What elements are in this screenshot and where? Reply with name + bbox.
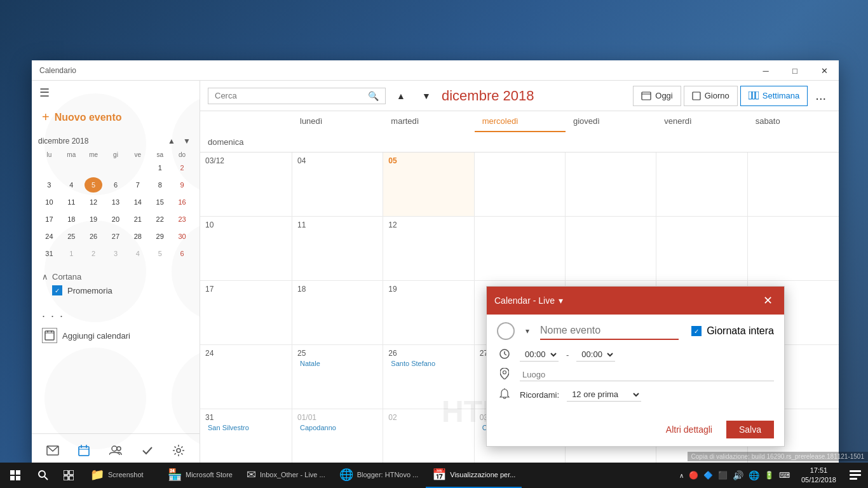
mini-cal-cell[interactable]: 2: [173, 160, 191, 175]
tray-keyboard-icon[interactable]: ⌨: [779, 471, 790, 480]
popup-close-button[interactable]: ✕: [759, 292, 776, 309]
mini-cal-cell[interactable]: [62, 160, 80, 175]
mini-cal-cell[interactable]: 4: [129, 246, 147, 261]
sidebar-nav-people[interactable]: [104, 439, 127, 462]
cal-day-cell[interactable]: [566, 217, 656, 280]
tray-network-icon[interactable]: 🌐: [749, 470, 759, 480]
mini-cal-cell[interactable]: 11: [62, 194, 80, 210]
mini-cal-cell[interactable]: 14: [129, 194, 147, 210]
mini-cal-cell[interactable]: 25: [62, 229, 80, 244]
taskview-button[interactable]: [56, 463, 81, 488]
minimize-button[interactable]: ─: [751, 60, 780, 81]
mini-cal-cell[interactable]: 31: [40, 246, 58, 261]
start-button[interactable]: [0, 463, 31, 488]
mini-cal-cell[interactable]: 29: [151, 229, 169, 244]
popup-expand-button[interactable]: ▾: [520, 323, 535, 339]
mini-cal-cell[interactable]: 21: [129, 212, 147, 227]
sidebar-nav-calendar[interactable]: [72, 439, 95, 462]
popup-location-input[interactable]: [520, 369, 774, 381]
cal-day-cell[interactable]: [656, 217, 747, 280]
mini-cal-cell[interactable]: 23: [173, 212, 191, 227]
mini-cal-cell[interactable]: [129, 160, 147, 175]
cal-day-cell[interactable]: 03/12: [200, 152, 292, 216]
mini-cal-cell[interactable]: 1: [62, 246, 80, 261]
mini-cal-cell[interactable]: 6: [107, 177, 125, 193]
mini-cal-cell[interactable]: [107, 160, 125, 175]
salva-button[interactable]: Salva: [726, 421, 774, 438]
popup-reminder-select[interactable]: 12 ore prima 30 minuti prima 1 ora prima: [567, 388, 641, 402]
oggi-button[interactable]: Oggi: [633, 86, 681, 106]
cal-day-cell[interactable]: 19: [383, 281, 474, 344]
cal-day-cell[interactable]: [475, 217, 566, 280]
mini-cal-cell[interactable]: 20: [107, 212, 125, 227]
mini-cal-cell[interactable]: 12: [85, 194, 102, 210]
cal-day-cell-today[interactable]: 05: [383, 152, 474, 216]
cal-day-cell[interactable]: 26 Santo Stefano: [383, 345, 474, 409]
search-input[interactable]: [215, 91, 368, 100]
hamburger-icon[interactable]: ☰: [39, 86, 50, 100]
taskbar-item-blogger[interactable]: 🌐 Blogger: HTNovo ...: [333, 463, 425, 488]
popup-allday-checkbox[interactable]: ✓: [691, 326, 702, 336]
action-center-button[interactable]: [843, 463, 868, 488]
mini-cal-cell[interactable]: 9: [173, 177, 191, 193]
cal-day-cell[interactable]: 02: [383, 409, 474, 467]
mini-cal-prev[interactable]: ▲: [165, 135, 178, 147]
promemoria-checkbox[interactable]: ✓: [52, 285, 62, 295]
mini-cal-cell-today[interactable]: 5: [85, 177, 102, 193]
cortana-header[interactable]: ∧ Cortana: [42, 272, 189, 281]
close-button[interactable]: ✕: [810, 60, 839, 81]
cal-day-cell[interactable]: 25 Natale: [292, 345, 383, 409]
mini-cal-next[interactable]: ▼: [180, 135, 193, 147]
tray-arrow-icon[interactable]: ∧: [679, 472, 684, 479]
taskbar-item-calendar[interactable]: 📅 Visualizzazione per...: [426, 463, 522, 488]
mini-cal-cell[interactable]: 3: [40, 177, 58, 193]
sidebar-nav-mail[interactable]: [41, 439, 64, 462]
popup-calendar-dropdown[interactable]: ▾: [559, 295, 563, 306]
next-period-button[interactable]: ▼: [416, 86, 437, 106]
mini-cal-cell[interactable]: 17: [40, 212, 58, 227]
maximize-button[interactable]: □: [780, 60, 810, 81]
taskbar-search-button[interactable]: [31, 463, 56, 488]
mini-cal-cell[interactable]: 18: [62, 212, 80, 227]
mini-cal-cell[interactable]: 22: [151, 212, 169, 227]
mini-cal-cell[interactable]: 2: [85, 246, 102, 261]
cal-day-cell[interactable]: [475, 152, 566, 216]
cal-day-cell[interactable]: 01/01 Capodanno: [292, 409, 383, 467]
taskbar-item-screenshot[interactable]: 📁 Screenshot: [84, 463, 160, 488]
mini-cal-cell[interactable]: 5: [151, 246, 169, 261]
mini-cal-cell[interactable]: [40, 160, 58, 175]
giorno-button[interactable]: Giorno: [684, 86, 738, 106]
cal-day-cell[interactable]: 18: [292, 281, 383, 344]
mini-cal-cell[interactable]: 8: [151, 177, 169, 193]
settimana-button[interactable]: Settimana: [740, 86, 808, 106]
sidebar-nav-settings[interactable]: [167, 439, 190, 462]
cal-day-cell[interactable]: 10: [200, 217, 292, 280]
mini-cal-cell[interactable]: 7: [129, 177, 147, 193]
popup-time-start-select[interactable]: 00:00: [520, 348, 559, 362]
cal-day-cell[interactable]: 24: [200, 345, 292, 409]
add-calendars-button[interactable]: Aggiungi calendari: [32, 323, 200, 348]
tray-battery-icon[interactable]: 🔋: [764, 471, 774, 480]
mini-cal-cell[interactable]: 19: [85, 212, 102, 227]
tray-volume-icon[interactable]: 🔊: [733, 470, 743, 480]
cal-day-cell[interactable]: 11: [292, 217, 383, 280]
taskbar-item-store[interactable]: 🏪 Microsoft Store: [161, 463, 239, 488]
cal-day-cell[interactable]: 31 San Silvestro: [200, 409, 292, 467]
popup-event-name-input[interactable]: [540, 322, 679, 340]
mini-cal-cell[interactable]: 4: [62, 177, 80, 193]
taskbar-item-inbox[interactable]: ✉ Inbox_Other - Live ...: [240, 463, 332, 488]
cal-day-cell[interactable]: [656, 152, 747, 216]
mini-cal-cell[interactable]: 16: [173, 194, 191, 210]
mini-cal-cell[interactable]: 15: [151, 194, 169, 210]
mini-cal-cell[interactable]: 24: [40, 229, 58, 244]
mini-cal-cell[interactable]: 3: [107, 246, 125, 261]
cal-day-cell[interactable]: 12: [383, 217, 474, 280]
popup-time-end-select[interactable]: 00:00: [576, 348, 615, 362]
mini-cal-cell[interactable]: 27: [107, 229, 125, 244]
mini-cal-cell[interactable]: 30: [173, 229, 191, 244]
cal-day-cell[interactable]: 04: [292, 152, 383, 216]
cal-day-cell[interactable]: [748, 217, 839, 280]
mini-cal-cell[interactable]: 6: [173, 246, 191, 261]
popup-circle-button[interactable]: [497, 322, 515, 340]
mini-cal-cell[interactable]: 26: [85, 229, 102, 244]
